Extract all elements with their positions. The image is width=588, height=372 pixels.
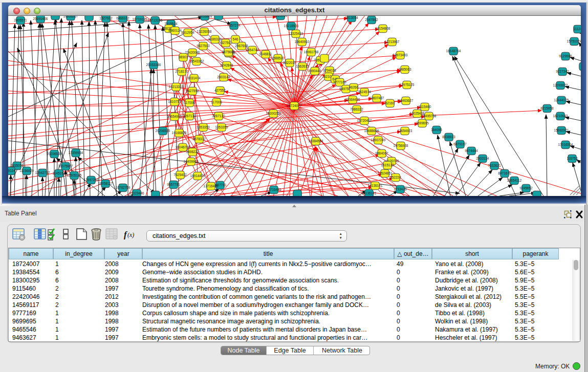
svg-text:8186323: 8186323 [208, 37, 222, 41]
svg-text:18724007: 18724007 [287, 104, 302, 107]
svg-text:20364436: 20364436 [345, 98, 360, 101]
svg-text:16640910: 16640910 [295, 40, 310, 43]
svg-text:117006: 117006 [211, 100, 222, 104]
svg-text:12505135: 12505135 [67, 173, 82, 177]
svg-text:19384554: 19384554 [309, 139, 323, 143]
svg-text:13720407: 13720407 [357, 119, 372, 122]
svg-text:15495758: 15495758 [422, 114, 437, 118]
svg-text:15751074: 15751074 [567, 39, 581, 43]
svg-text:7632621: 7632621 [488, 164, 501, 167]
svg-text:13716485: 13716485 [204, 184, 219, 188]
svg-text:16961758: 16961758 [304, 50, 319, 54]
svg-text:9827503: 9827503 [197, 44, 210, 48]
svg-text:16210643: 16210643 [553, 114, 568, 118]
svg-text:12093872: 12093872 [553, 83, 568, 87]
svg-text:13524851: 13524851 [378, 171, 393, 175]
svg-text:546: 546 [233, 37, 238, 41]
svg-text:10807487: 10807487 [369, 96, 384, 100]
svg-text:1145194: 1145194 [53, 171, 66, 175]
svg-text:17957253: 17957253 [84, 178, 99, 182]
svg-text:9146811: 9146811 [259, 52, 272, 56]
svg-text:(x): (x) [127, 231, 134, 238]
svg-text:5578332: 5578332 [192, 137, 206, 141]
svg-text:10653267: 10653267 [63, 16, 78, 18]
svg-text:8960124: 8960124 [168, 29, 182, 32]
svg-text:9427552: 9427552 [186, 89, 199, 93]
svg-text:10154808: 10154808 [376, 27, 390, 30]
svg-text:16648764: 16648764 [446, 49, 461, 53]
svg-text:13325419: 13325419 [289, 32, 303, 35]
svg-text:252224: 252224 [390, 176, 401, 179]
svg-text:6879197: 6879197 [453, 142, 467, 146]
svg-text:9245652: 9245652 [519, 186, 533, 190]
svg-text:9699695: 9699695 [416, 121, 429, 125]
svg-text:10688609: 10688609 [364, 129, 379, 133]
svg-text:9777169: 9777169 [333, 80, 346, 84]
svg-text:8813054: 8813054 [274, 16, 287, 17]
svg-text:12213967: 12213967 [385, 40, 400, 43]
svg-text:1588520: 1588520 [271, 56, 285, 60]
svg-text:2933114: 2933114 [476, 157, 489, 160]
svg-text:30975867: 30975867 [58, 164, 73, 168]
svg-text:62160: 62160 [385, 101, 395, 105]
svg-text:22420046: 22420046 [185, 51, 200, 54]
svg-text:16033809: 16033809 [198, 16, 212, 18]
svg-text:427552: 427552 [214, 89, 226, 92]
svg-text:20206535: 20206535 [47, 152, 62, 156]
svg-text:8322037: 8322037 [283, 61, 296, 64]
svg-text:14136141: 14136141 [368, 184, 383, 187]
svg-text:16409948: 16409948 [184, 160, 199, 163]
svg-text:19166825: 19166825 [172, 131, 187, 135]
svg-text:16782759: 16782759 [116, 186, 130, 189]
svg-text:20053346: 20053346 [146, 63, 161, 67]
svg-text:11156829: 11156829 [19, 169, 34, 172]
svg-text:3624574: 3624574 [358, 90, 371, 94]
svg-text:9115460: 9115460 [419, 105, 431, 108]
svg-text:9794028: 9794028 [323, 69, 336, 72]
svg-text:20691406: 20691406 [33, 17, 48, 20]
svg-text:9884067: 9884067 [375, 151, 388, 155]
svg-text:11124: 11124 [573, 27, 581, 31]
svg-text:8454749: 8454749 [246, 48, 259, 52]
svg-text:8990448: 8990448 [308, 69, 321, 73]
svg-text:164095: 164095 [431, 128, 442, 132]
svg-text:8031474: 8031474 [187, 76, 201, 80]
svg-text:7485063: 7485063 [398, 68, 411, 71]
svg-text:2967608: 2967608 [235, 44, 248, 48]
svg-text:2405571: 2405571 [14, 18, 27, 22]
svg-text:10958117: 10958117 [98, 182, 113, 185]
svg-text:1527602: 1527602 [99, 16, 113, 20]
svg-text:10719135: 10719135 [133, 17, 147, 21]
svg-text:2718170: 2718170 [175, 70, 188, 73]
svg-text:7986322: 7986322 [350, 107, 363, 111]
svg-text:39154: 39154 [8, 169, 15, 172]
svg-text:117006: 117006 [184, 101, 195, 104]
svg-text:17359934: 17359934 [69, 151, 83, 155]
svg-text:13716485: 13716485 [267, 188, 281, 191]
svg-text:1362615: 1362615 [296, 64, 309, 68]
svg-text:8938923: 8938923 [442, 135, 455, 139]
svg-text:2803144: 2803144 [217, 75, 230, 79]
svg-text:19218506: 19218506 [284, 24, 299, 28]
svg-text:9474444: 9474444 [465, 149, 478, 152]
svg-text:46266: 46266 [349, 85, 358, 89]
svg-text:7357274: 7357274 [227, 24, 241, 27]
svg-text:2047862: 2047862 [365, 18, 378, 21]
svg-text:12975125: 12975125 [400, 83, 415, 86]
svg-text:7625402: 7625402 [173, 173, 187, 177]
svg-text:12323446: 12323446 [129, 191, 144, 195]
svg-text:8813054: 8813054 [345, 16, 358, 19]
svg-text:18907249: 18907249 [371, 138, 386, 142]
svg-text:1353359: 1353359 [215, 125, 228, 129]
svg-text:9129966: 9129966 [559, 54, 572, 58]
svg-text:1810755: 1810755 [168, 100, 181, 103]
svg-text:8471676: 8471676 [498, 171, 511, 175]
svg-text:15692971: 15692971 [554, 128, 569, 132]
svg-text:9227342: 9227342 [556, 70, 569, 73]
svg-text:3267130: 3267130 [183, 114, 196, 118]
svg-text:9242848: 9242848 [220, 63, 233, 67]
svg-text:98901: 98901 [179, 55, 188, 59]
svg-text:10654112: 10654112 [507, 179, 522, 182]
svg-text:3875685: 3875685 [222, 50, 235, 54]
svg-text:12942737: 12942737 [35, 171, 50, 174]
